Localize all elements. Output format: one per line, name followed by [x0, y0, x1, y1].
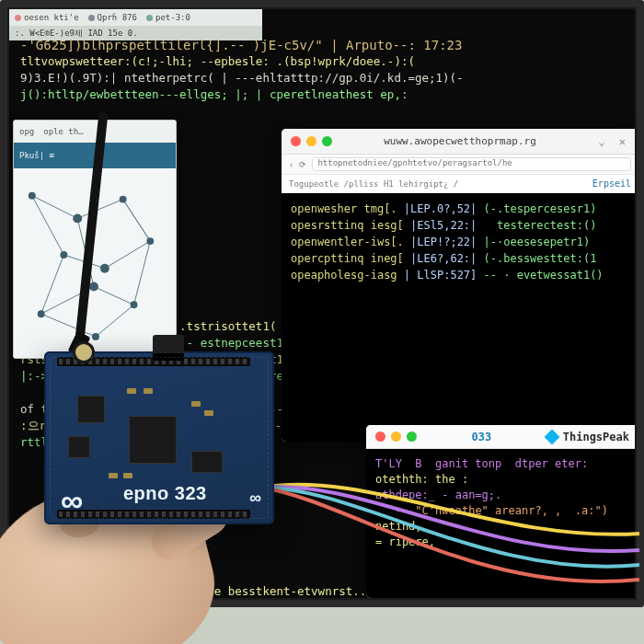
- infinity-icon: ∞: [249, 489, 261, 508]
- minimize-icon[interactable]: [306, 136, 316, 146]
- close-icon[interactable]: [375, 431, 385, 442]
- chip: [77, 396, 105, 423]
- svg-point-2: [120, 196, 127, 203]
- export-link[interactable]: Erpseil: [592, 178, 631, 189]
- svg-point-6: [89, 282, 98, 292]
- arduino-logo-icon: [61, 483, 81, 512]
- main-window-title: wuww.awopecwetthoprmap.rg: [282, 129, 635, 155]
- network-tab-1[interactable]: opg: [19, 127, 34, 136]
- network-tabs[interactable]: opg ople th…: [14, 121, 176, 143]
- microcontroller-board: epno 323 ∞: [44, 351, 274, 524]
- close-icon[interactable]: [291, 136, 301, 146]
- main-chip: [129, 416, 177, 464]
- address-bar-row[interactable]: ‹ ⟳ httopnetodniee/gpnhtetvo/peragsartol…: [282, 155, 635, 175]
- window-controls[interactable]: [291, 136, 332, 146]
- thingspeak-window[interactable]: 033 ThingsPeak T'LY B ganit tonp dtper e…: [366, 425, 635, 598]
- sma-connector: [75, 344, 92, 361]
- usb-port: [153, 335, 184, 361]
- main-window[interactable]: ⌄ ✕ wuww.awopecwetthoprmap.rg ‹ ⟳ httopn…: [282, 129, 635, 442]
- thingspeak-icon: [544, 429, 559, 444]
- back-icon[interactable]: ‹: [289, 160, 293, 169]
- svg-point-1: [73, 213, 82, 223]
- channel-id: 033: [472, 431, 492, 443]
- breadcrumb-row: Togupeotle /plliss H1 lehirgipt¿ / Erpse…: [282, 175, 635, 193]
- thingspeak-logo: ThingsPeak: [546, 431, 629, 443]
- window-close-group[interactable]: ⌄ ✕: [598, 135, 629, 148]
- header-pins-top: [57, 357, 250, 366]
- svg-point-0: [29, 192, 36, 200]
- terminal-output: openwesher tmg[. |LEP.0?,52| (-.tesperce…: [282, 193, 635, 442]
- address-input[interactable]: httopnetodniee/gpnhtetvo/peragsartol/he: [312, 157, 631, 171]
- svg-point-7: [38, 310, 45, 317]
- reload-icon[interactable]: ⟳: [299, 160, 306, 169]
- board-model-label: epno 323: [123, 483, 207, 504]
- chip: [191, 451, 223, 473]
- maximize-icon[interactable]: [322, 136, 332, 146]
- breadcrumb: Togupeotle /plliss H1 lehirgipt¿ /: [289, 179, 458, 189]
- thingspeak-output: T'LY B ganit tonp dtper eter: otethth: t…: [366, 449, 635, 598]
- network-tab-2[interactable]: ople th…: [43, 127, 83, 136]
- svg-point-9: [92, 333, 99, 340]
- svg-point-8: [131, 301, 138, 308]
- maximize-icon[interactable]: [407, 431, 417, 442]
- thingspeak-header: 033 ThingsPeak: [366, 425, 635, 449]
- chip: [68, 436, 90, 458]
- svg-point-5: [60, 251, 67, 259]
- minimize-icon[interactable]: [391, 431, 401, 442]
- header-pins-bottom: [57, 510, 250, 519]
- svg-point-3: [146, 237, 154, 245]
- svg-point-4: [100, 264, 109, 273]
